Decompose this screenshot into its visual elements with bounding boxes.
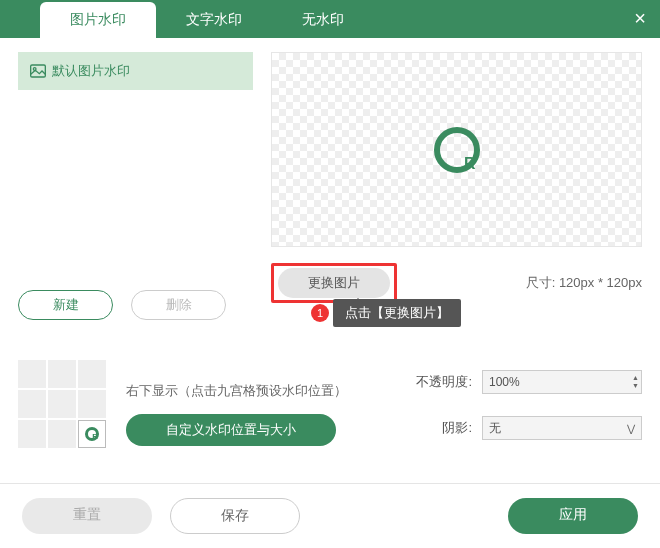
opacity-label: 不透明度: (412, 373, 472, 391)
close-icon[interactable]: × (634, 8, 646, 28)
footer-bar: 重置 保存 应用 (0, 483, 660, 548)
watermark-list: 默认图片水印 新建 删除 (18, 52, 253, 320)
size-label: 尺寸: 120px * 120px (526, 274, 642, 292)
list-item-default[interactable]: 默认图片水印 (18, 52, 253, 90)
grid-mid-right[interactable] (78, 390, 106, 418)
image-icon (30, 64, 46, 78)
grid-mid-left[interactable] (18, 390, 46, 418)
watermark-preview: R (271, 52, 642, 247)
tooltip-text: 点击【更换图片】 (333, 299, 461, 327)
highlight-box: 更换图片 (271, 263, 397, 303)
step-badge: 1 (311, 304, 329, 322)
mini-logo-icon (85, 427, 99, 441)
header-bar: 图片水印 文字水印 无水印 × (0, 0, 660, 38)
new-button[interactable]: 新建 (18, 290, 113, 320)
tab-text-watermark[interactable]: 文字水印 (156, 2, 272, 38)
step-tooltip: 1 点击【更换图片】 (311, 299, 461, 327)
grid-mid-center[interactable] (48, 390, 76, 418)
grid-bot-right[interactable] (78, 420, 106, 448)
grid-bot-left[interactable] (18, 420, 46, 448)
grid-top-center[interactable] (48, 360, 76, 388)
stepper-arrows-icon[interactable]: ▲▼ (632, 374, 639, 390)
grid-hint-label: 右下显示（点击九宫格预设水印位置） (126, 382, 392, 400)
shadow-select[interactable]: 无 ⋁ (482, 416, 642, 440)
grid-top-right[interactable] (78, 360, 106, 388)
list-item-label: 默认图片水印 (52, 62, 130, 80)
tab-image-watermark[interactable]: 图片水印 (40, 2, 156, 38)
svg-rect-0 (31, 65, 46, 77)
logo-icon: R (434, 127, 480, 173)
chevron-down-icon: ⋁ (627, 423, 635, 434)
opacity-stepper[interactable]: 100% ▲▼ (482, 370, 642, 394)
grid-bot-center[interactable] (48, 420, 76, 448)
change-image-button[interactable]: 更换图片 (278, 268, 390, 298)
save-button[interactable]: 保存 (170, 498, 300, 534)
shadow-label: 阴影: (412, 419, 472, 437)
delete-button: 删除 (131, 290, 226, 320)
tab-no-watermark[interactable]: 无水印 (272, 2, 374, 38)
custom-position-button[interactable]: 自定义水印位置与大小 (126, 414, 336, 446)
grid-top-left[interactable] (18, 360, 46, 388)
content-area: 默认图片水印 新建 删除 R 更换图片 尺寸: 120px * 120px (0, 38, 660, 462)
position-grid (18, 360, 106, 448)
apply-button[interactable]: 应用 (508, 498, 638, 534)
reset-button[interactable]: 重置 (22, 498, 152, 534)
